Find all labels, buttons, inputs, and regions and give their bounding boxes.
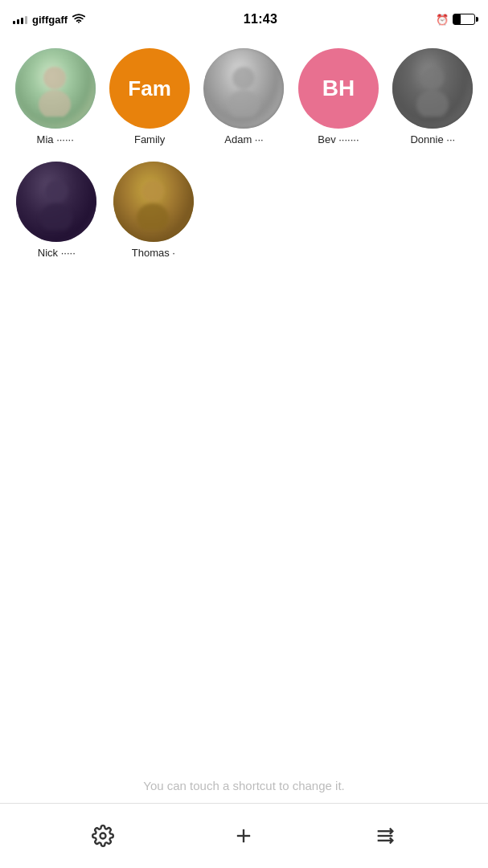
battery-icon [453,14,475,25]
contacts-row-1: Mia ······ Fam Family Adam ··· BH [10,48,478,145]
signal-bar-1 [13,21,15,24]
avatar-adam [203,48,284,129]
sort-icon [374,825,396,847]
svg-point-11 [100,833,105,839]
svg-point-0 [78,22,80,23]
svg-point-3 [232,67,255,89]
family-initial: Fam [128,76,170,101]
main-content: Mia ······ Fam Family Adam ··· BH [0,35,488,259]
settings-button[interactable] [85,818,121,854]
add-button[interactable] [226,818,261,854]
contacts-row-2: Nick ····· Thomas · [10,162,478,259]
status-time: 11:43 [244,12,277,27]
contact-family[interactable]: Fam Family [104,48,195,145]
svg-point-8 [40,203,72,230]
avatar-bev: BH [298,48,379,129]
plus-icon [232,825,255,847]
gear-icon [92,825,114,847]
avatar-thomas [113,162,194,242]
contact-name-nick: Nick ····· [38,247,76,259]
signal-bar-4 [25,16,27,24]
contact-name-mia: Mia ······ [37,133,74,145]
battery-fill [453,14,461,24]
contact-name-family: Family [134,133,165,145]
avatar-nick [16,162,96,242]
svg-point-10 [137,203,169,230]
bottom-toolbar [0,804,488,868]
contact-name-thomas: Thomas · [132,247,175,259]
svg-point-9 [141,180,164,203]
contact-thomas[interactable]: Thomas · [107,162,201,259]
contact-name-bev: Bev ······· [318,133,359,145]
contact-bev[interactable]: BH Bev ······· [293,48,383,145]
status-left: giffgaff [13,13,85,26]
signal-bar-2 [17,19,19,24]
contact-adam[interactable]: Adam ··· [199,48,289,145]
svg-point-1 [43,67,66,89]
avatar-mia [15,48,96,129]
svg-point-5 [421,67,444,89]
contact-name-donnie: Donnie ··· [410,133,455,145]
contact-donnie[interactable]: Donnie ··· [388,48,478,145]
status-right: ⏰ [436,14,475,26]
avatar-family: Fam [109,48,190,129]
svg-point-7 [45,180,68,203]
avatar-donnie [392,48,473,129]
bev-initial: BH [322,76,355,101]
wifi-icon [72,13,85,26]
signal-bar-3 [21,18,23,24]
hint-area: You can touch a shortcut to change it. [0,779,488,804]
svg-point-6 [416,90,449,117]
svg-point-4 [228,90,260,117]
signal-icon [13,14,27,24]
contact-name-adam: Adam ··· [224,133,263,145]
alarm-icon: ⏰ [436,14,449,26]
sort-button[interactable] [367,818,403,854]
contact-mia[interactable]: Mia ······ [10,48,100,145]
status-bar: giffgaff 11:43 ⏰ [0,0,488,35]
contact-nick[interactable]: Nick ····· [10,162,104,259]
carrier-name: giffgaff [32,14,68,26]
svg-point-2 [39,90,71,117]
hint-text: You can touch a shortcut to change it. [143,779,344,792]
